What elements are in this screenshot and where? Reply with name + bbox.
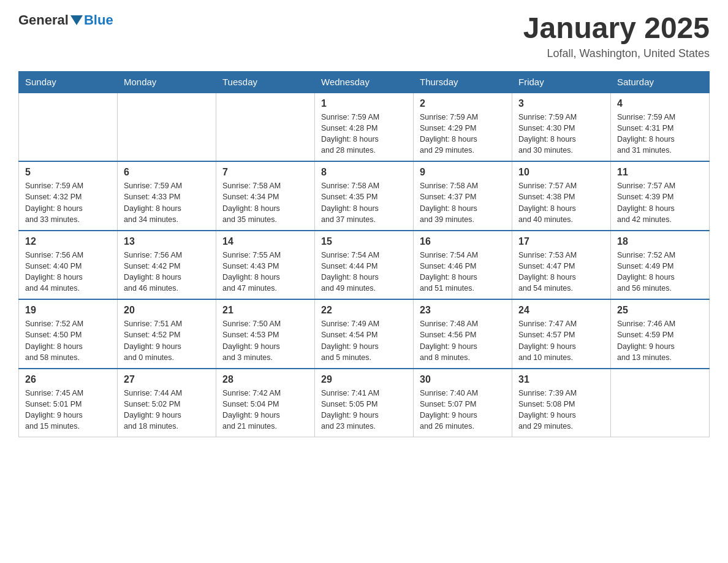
day-number: 28 — [222, 374, 308, 385]
logo-arrow-icon — [70, 15, 83, 25]
day-number: 15 — [321, 236, 407, 247]
day-number: 20 — [124, 305, 210, 316]
calendar-cell: 26Sunrise: 7:45 AMSunset: 5:01 PMDayligh… — [19, 369, 118, 437]
day-number: 1 — [321, 98, 407, 109]
calendar-cell: 9Sunrise: 7:58 AMSunset: 4:37 PMDaylight… — [414, 161, 512, 231]
calendar-week-row: 1Sunrise: 7:59 AMSunset: 4:28 PMDaylight… — [19, 93, 710, 162]
day-info: Sunrise: 7:57 AMSunset: 4:38 PMDaylight:… — [518, 180, 604, 225]
calendar-cell — [118, 93, 216, 162]
day-number: 18 — [617, 236, 703, 247]
logo-blue-text: Blue — [84, 12, 113, 28]
calendar-cell: 20Sunrise: 7:51 AMSunset: 4:52 PMDayligh… — [118, 299, 216, 369]
calendar-cell: 16Sunrise: 7:54 AMSunset: 4:46 PMDayligh… — [414, 231, 512, 300]
calendar-cell: 7Sunrise: 7:58 AMSunset: 4:34 PMDaylight… — [216, 161, 315, 231]
weekday-header: Sunday — [19, 71, 118, 93]
calendar-cell: 28Sunrise: 7:42 AMSunset: 5:04 PMDayligh… — [216, 369, 315, 437]
weekday-header: Tuesday — [216, 71, 315, 93]
day-info: Sunrise: 7:58 AMSunset: 4:35 PMDaylight:… — [321, 180, 407, 225]
calendar-cell: 2Sunrise: 7:59 AMSunset: 4:29 PMDaylight… — [414, 93, 512, 162]
day-info: Sunrise: 7:55 AMSunset: 4:43 PMDaylight:… — [222, 250, 308, 294]
calendar-week-row: 26Sunrise: 7:45 AMSunset: 5:01 PMDayligh… — [19, 369, 710, 437]
page-header: General Blue January 2025 Lofall, Washin… — [18, 12, 710, 60]
day-number: 10 — [518, 167, 604, 178]
day-number: 4 — [617, 98, 703, 109]
day-info: Sunrise: 7:59 AMSunset: 4:31 PMDaylight:… — [617, 112, 703, 156]
day-number: 22 — [321, 305, 407, 316]
calendar-cell: 19Sunrise: 7:52 AMSunset: 4:50 PMDayligh… — [19, 299, 118, 369]
day-number: 3 — [518, 98, 604, 109]
day-info: Sunrise: 7:57 AMSunset: 4:39 PMDaylight:… — [617, 180, 703, 225]
calendar-cell — [19, 93, 118, 162]
calendar-cell: 17Sunrise: 7:53 AMSunset: 4:47 PMDayligh… — [512, 231, 611, 300]
day-number: 2 — [420, 98, 506, 109]
calendar-table: SundayMondayTuesdayWednesdayThursdayFrid… — [18, 71, 710, 438]
calendar-cell: 6Sunrise: 7:59 AMSunset: 4:33 PMDaylight… — [118, 161, 216, 231]
weekday-header: Friday — [512, 71, 611, 93]
calendar-cell: 8Sunrise: 7:58 AMSunset: 4:35 PMDaylight… — [315, 161, 414, 231]
day-info: Sunrise: 7:41 AMSunset: 5:05 PMDaylight:… — [321, 388, 407, 432]
calendar-week-row: 19Sunrise: 7:52 AMSunset: 4:50 PMDayligh… — [19, 299, 710, 369]
calendar-cell: 3Sunrise: 7:59 AMSunset: 4:30 PMDaylight… — [512, 93, 611, 162]
day-info: Sunrise: 7:51 AMSunset: 4:52 PMDaylight:… — [124, 318, 210, 363]
calendar-cell: 31Sunrise: 7:39 AMSunset: 5:08 PMDayligh… — [512, 369, 611, 437]
day-info: Sunrise: 7:58 AMSunset: 4:37 PMDaylight:… — [420, 180, 506, 225]
day-number: 26 — [25, 374, 111, 385]
calendar-week-row: 5Sunrise: 7:59 AMSunset: 4:32 PMDaylight… — [19, 161, 710, 231]
day-info: Sunrise: 7:46 AMSunset: 4:59 PMDaylight:… — [617, 318, 703, 363]
day-number: 24 — [518, 305, 604, 316]
title-section: January 2025 Lofall, Washington, United … — [523, 12, 710, 60]
day-info: Sunrise: 7:53 AMSunset: 4:47 PMDaylight:… — [518, 250, 604, 294]
day-number: 8 — [321, 167, 407, 178]
calendar-cell: 11Sunrise: 7:57 AMSunset: 4:39 PMDayligh… — [611, 161, 710, 231]
weekday-header: Thursday — [414, 71, 512, 93]
day-info: Sunrise: 7:52 AMSunset: 4:50 PMDaylight:… — [25, 318, 111, 363]
calendar-cell: 25Sunrise: 7:46 AMSunset: 4:59 PMDayligh… — [611, 299, 710, 369]
calendar-week-row: 12Sunrise: 7:56 AMSunset: 4:40 PMDayligh… — [19, 231, 710, 300]
month-title: January 2025 — [523, 12, 710, 45]
day-number: 14 — [222, 236, 308, 247]
day-number: 6 — [124, 167, 210, 178]
calendar-cell: 14Sunrise: 7:55 AMSunset: 4:43 PMDayligh… — [216, 231, 315, 300]
day-info: Sunrise: 7:54 AMSunset: 4:46 PMDaylight:… — [420, 250, 506, 294]
calendar-cell: 30Sunrise: 7:40 AMSunset: 5:07 PMDayligh… — [414, 369, 512, 437]
day-info: Sunrise: 7:52 AMSunset: 4:49 PMDaylight:… — [617, 250, 703, 294]
calendar-cell: 27Sunrise: 7:44 AMSunset: 5:02 PMDayligh… — [118, 369, 216, 437]
day-number: 13 — [124, 236, 210, 247]
day-number: 9 — [420, 167, 506, 178]
day-number: 7 — [222, 167, 308, 178]
calendar-cell: 5Sunrise: 7:59 AMSunset: 4:32 PMDaylight… — [19, 161, 118, 231]
day-number: 30 — [420, 374, 506, 385]
day-number: 23 — [420, 305, 506, 316]
day-info: Sunrise: 7:44 AMSunset: 5:02 PMDaylight:… — [124, 388, 210, 432]
day-info: Sunrise: 7:50 AMSunset: 4:53 PMDaylight:… — [222, 318, 308, 363]
day-info: Sunrise: 7:58 AMSunset: 4:34 PMDaylight:… — [222, 180, 308, 225]
day-info: Sunrise: 7:47 AMSunset: 4:57 PMDaylight:… — [518, 318, 604, 363]
day-number: 19 — [25, 305, 111, 316]
day-info: Sunrise: 7:56 AMSunset: 4:40 PMDaylight:… — [25, 250, 111, 294]
day-number: 27 — [124, 374, 210, 385]
calendar-cell: 23Sunrise: 7:48 AMSunset: 4:56 PMDayligh… — [414, 299, 512, 369]
calendar-cell: 18Sunrise: 7:52 AMSunset: 4:49 PMDayligh… — [611, 231, 710, 300]
day-info: Sunrise: 7:59 AMSunset: 4:29 PMDaylight:… — [420, 112, 506, 156]
day-info: Sunrise: 7:48 AMSunset: 4:56 PMDaylight:… — [420, 318, 506, 363]
day-info: Sunrise: 7:40 AMSunset: 5:07 PMDaylight:… — [420, 388, 506, 432]
day-info: Sunrise: 7:54 AMSunset: 4:44 PMDaylight:… — [321, 250, 407, 294]
weekday-header: Monday — [118, 71, 216, 93]
day-number: 5 — [25, 167, 111, 178]
logo: General Blue — [18, 12, 113, 28]
location-title: Lofall, Washington, United States — [523, 47, 710, 60]
day-number: 12 — [25, 236, 111, 247]
calendar-cell: 13Sunrise: 7:56 AMSunset: 4:42 PMDayligh… — [118, 231, 216, 300]
calendar-cell: 1Sunrise: 7:59 AMSunset: 4:28 PMDaylight… — [315, 93, 414, 162]
calendar-cell: 4Sunrise: 7:59 AMSunset: 4:31 PMDaylight… — [611, 93, 710, 162]
day-info: Sunrise: 7:42 AMSunset: 5:04 PMDaylight:… — [222, 388, 308, 432]
day-number: 25 — [617, 305, 703, 316]
weekday-header: Saturday — [611, 71, 710, 93]
calendar-cell: 24Sunrise: 7:47 AMSunset: 4:57 PMDayligh… — [512, 299, 611, 369]
calendar-cell: 15Sunrise: 7:54 AMSunset: 4:44 PMDayligh… — [315, 231, 414, 300]
day-info: Sunrise: 7:39 AMSunset: 5:08 PMDaylight:… — [518, 388, 604, 432]
day-number: 16 — [420, 236, 506, 247]
calendar-cell — [216, 93, 315, 162]
calendar-cell: 22Sunrise: 7:49 AMSunset: 4:54 PMDayligh… — [315, 299, 414, 369]
day-number: 31 — [518, 374, 604, 385]
